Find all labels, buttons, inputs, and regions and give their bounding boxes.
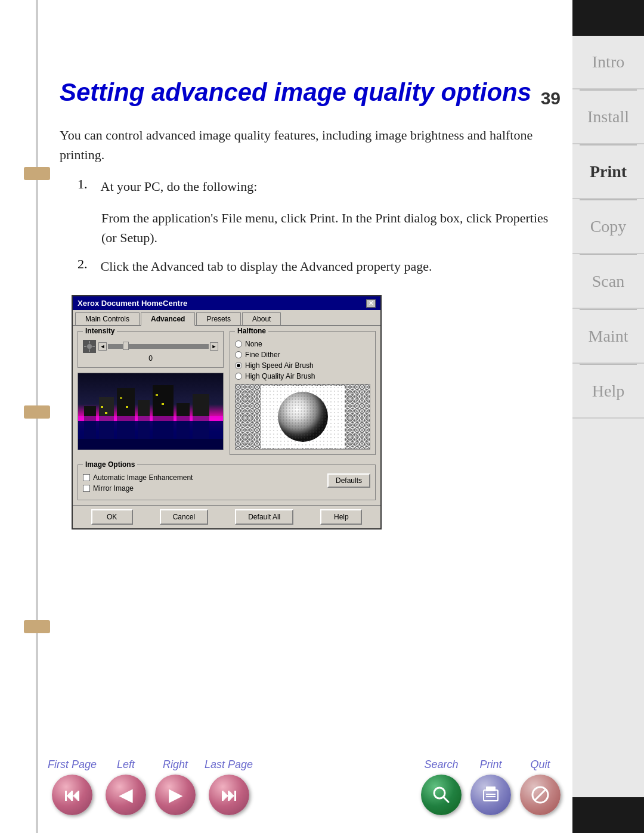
radio-high-speed[interactable]: High Speed Air Brush (235, 361, 370, 370)
tab-about[interactable]: About (242, 312, 281, 325)
tab-main-controls[interactable]: Main Controls (75, 312, 140, 325)
defaults-button[interactable]: Defaults (327, 473, 370, 488)
radio-btn-high-quality[interactable] (235, 373, 242, 380)
radio-btn-none[interactable] (235, 340, 242, 348)
default-all-button[interactable]: Default All (235, 509, 293, 525)
dialog-titlebar: Xerox Document HomeCentre ✕ (73, 296, 380, 310)
search-label: Search (424, 758, 458, 771)
nav-print[interactable]: Print (470, 758, 511, 815)
quit-button[interactable] (520, 775, 561, 815)
radio-fine-dither[interactable]: Fine Dither (235, 351, 370, 359)
main-content: Setting advanced image quality options Y… (60, 78, 561, 714)
sidebar-item-print[interactable]: Print (572, 145, 644, 199)
last-page-label: Last Page (205, 758, 253, 771)
radio-btn-high-speed[interactable] (235, 362, 242, 369)
last-page-button[interactable]: ⏭ (209, 775, 249, 815)
dialog-right-panel: Halftone None Fine Dither (230, 331, 376, 460)
sidebar-item-install[interactable]: Install (572, 91, 644, 144)
mirror-image-checkbox[interactable] (83, 485, 90, 492)
nav-quit[interactable]: Quit (520, 758, 561, 815)
radio-btn-fine-dither[interactable] (235, 351, 242, 358)
sidebar-item-scan[interactable]: Scan (572, 255, 644, 309)
intensity-label: Intensity (83, 327, 117, 335)
svg-rect-14 (105, 412, 107, 414)
print-icon (480, 784, 501, 806)
slider-right-btn[interactable]: ► (210, 342, 218, 351)
dialog-buttons: OK Cancel Default All Help (73, 505, 380, 528)
tab-presets[interactable]: Presets (196, 312, 241, 325)
dialog-left-panel: Intensity (78, 331, 224, 460)
print-button[interactable] (470, 775, 511, 815)
search-icon (431, 784, 452, 806)
preview-image (78, 373, 224, 450)
svg-rect-13 (101, 406, 103, 408)
list-number-2: 2. (78, 256, 88, 283)
svg-rect-32 (486, 794, 496, 795)
intensity-row: ◄ ► (83, 340, 218, 353)
svg-line-36 (534, 789, 546, 801)
image-options-group: Image Options Automatic Image Enhancemen… (78, 465, 376, 500)
page-title: Setting advanced image quality options (60, 78, 561, 107)
intensity-icon (83, 340, 96, 353)
list-sub-1: From the application's File menu, click … (101, 208, 561, 247)
left-button[interactable]: ◀ (106, 775, 146, 815)
first-page-button[interactable]: ⏮ (52, 775, 92, 815)
first-page-label: First Page (48, 758, 97, 771)
sidebar-item-help[interactable]: Help (572, 365, 644, 419)
sidebar-item-copy[interactable]: Copy (572, 200, 644, 254)
right-button[interactable]: ▶ (155, 775, 196, 815)
intensity-slider[interactable] (108, 344, 209, 349)
intensity-group: Intensity (78, 331, 224, 368)
spine-tab-2 (24, 405, 50, 419)
auto-enhance-checkbox[interactable] (83, 474, 90, 481)
nav-group-right: Search Print Quit (421, 758, 561, 815)
dialog-title: Xerox Document HomeCentre (78, 299, 187, 308)
sidebar-item-maint[interactable]: Maint (572, 310, 644, 364)
quit-label: Quit (530, 758, 550, 771)
svg-rect-16 (126, 406, 128, 408)
dialog-tabs: Main Controls Advanced Presets About (73, 310, 380, 326)
nav-first-page[interactable]: First Page ⏮ (48, 758, 97, 815)
list-item-1: At your PC, do the following: (101, 176, 258, 196)
sidebar-item-intro[interactable]: Intro (572, 36, 644, 89)
cancel-button[interactable]: Cancel (160, 509, 208, 525)
left-icon: ◀ (119, 785, 132, 805)
slider-left-btn[interactable]: ◄ (98, 342, 107, 351)
svg-rect-28 (278, 392, 328, 442)
nav-left[interactable]: Left ◀ (106, 758, 146, 815)
svg-rect-34 (486, 786, 496, 791)
ok-button[interactable]: OK (91, 509, 133, 525)
nav-search[interactable]: Search (421, 758, 462, 815)
list-number-1: 1. (78, 176, 88, 203)
svg-rect-18 (162, 403, 164, 405)
tab-advanced[interactable]: Advanced (141, 312, 195, 326)
nav-right[interactable]: Right ▶ (155, 758, 196, 815)
search-button[interactable] (421, 775, 462, 815)
svg-rect-31 (484, 790, 498, 801)
right-icon: ▶ (169, 785, 182, 805)
nav-last-page[interactable]: Last Page ⏭ (205, 758, 253, 815)
numbered-list: 1. At your PC, do the following: From th… (78, 176, 561, 283)
radio-none[interactable]: None (235, 340, 370, 348)
bottom-nav: First Page ⏮ Left ◀ Right ▶ Last Page ⏭ (48, 758, 561, 815)
intensity-value: 0 (148, 354, 153, 363)
last-page-icon: ⏭ (221, 785, 237, 805)
svg-rect-15 (120, 397, 122, 399)
first-page-icon: ⏮ (64, 785, 80, 805)
help-button[interactable]: Help (320, 509, 362, 525)
auto-enhance-row[interactable]: Automatic Image Enhancement (83, 473, 193, 482)
svg-point-0 (87, 344, 92, 349)
sidebar: Intro Install Print Copy Scan Maint Help (572, 0, 644, 833)
image-options-label: Image Options (83, 460, 137, 469)
image-options-section: Image Options Automatic Image Enhancemen… (78, 465, 376, 500)
radio-high-quality[interactable]: High Quality Air Brush (235, 372, 370, 380)
quit-icon (530, 784, 551, 806)
sidebar-bottom-bar (572, 797, 644, 833)
mirror-image-row[interactable]: Mirror Image (83, 484, 193, 493)
svg-rect-33 (486, 796, 496, 797)
body-text-intro: You can control advanced image quality f… (60, 125, 561, 165)
print-label: Print (479, 758, 501, 771)
dialog-close-button[interactable]: ✕ (366, 299, 376, 308)
svg-rect-21 (78, 439, 223, 450)
svg-rect-19 (78, 416, 223, 421)
